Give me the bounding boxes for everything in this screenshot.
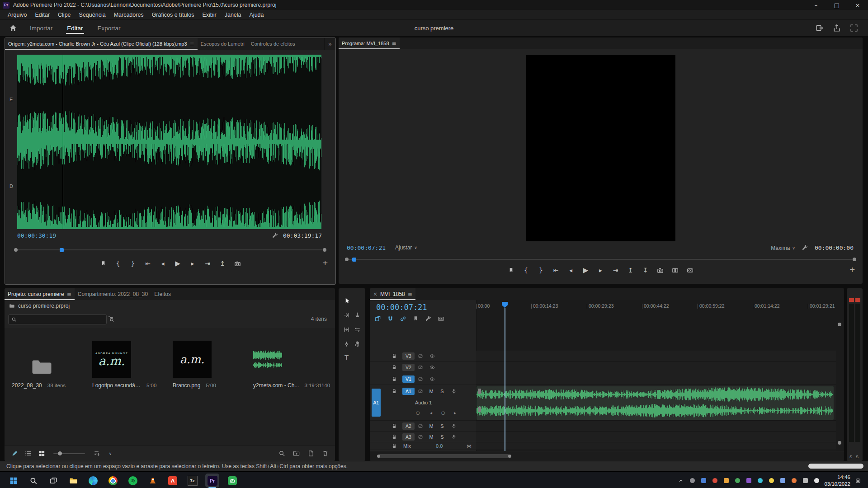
mute-button[interactable]: M: [428, 389, 435, 394]
source-current-timecode[interactable]: 00:00:30:19: [17, 232, 56, 239]
lock-icon[interactable]: [392, 353, 397, 359]
hscroll-handle-left[interactable]: [377, 455, 380, 458]
eye-icon[interactable]: [429, 376, 435, 382]
track-select-tool-icon[interactable]: [343, 312, 350, 319]
item-name[interactable]: Branco.png: [173, 382, 200, 389]
type-tool-icon[interactable]: T: [344, 353, 349, 361]
solo-button[interactable]: S: [439, 389, 446, 394]
add-marker-icon[interactable]: [506, 265, 517, 275]
menu-graficos[interactable]: Gráficos e títulos: [148, 12, 198, 18]
lift-button[interactable]: ↥: [625, 265, 636, 275]
comparison-view-icon[interactable]: [670, 265, 681, 275]
project-item-branco[interactable]: a.m. Branco.png 5:00: [170, 334, 250, 389]
step-forward-button[interactable]: ▸: [595, 265, 606, 275]
zoom-handle-right[interactable]: [323, 248, 326, 252]
clip-indicator-right[interactable]: [855, 298, 860, 302]
lock-icon[interactable]: [392, 365, 397, 370]
screen-recorder-icon[interactable]: [225, 474, 239, 488]
item-thumbnail[interactable]: ANDREA MUNHOZ a.m.: [92, 341, 131, 378]
playhead-marker[interactable]: [352, 258, 356, 262]
taskbar-search-icon[interactable]: [26, 474, 40, 488]
timeline-hscroll[interactable]: [370, 451, 844, 461]
captions-icon[interactable]: [438, 315, 444, 322]
source-patch-chip-a1[interactable]: A1: [372, 389, 381, 417]
tray-icon-10[interactable]: [790, 477, 797, 484]
video-lane-v2[interactable]: [476, 362, 836, 373]
tab-sequence[interactable]: × MVI_1858 ≡: [370, 288, 415, 300]
edge-icon[interactable]: [86, 474, 100, 488]
zoom-slider[interactable]: [53, 453, 85, 454]
playhead-line[interactable]: [505, 308, 505, 451]
project-item-folder[interactable]: 2022_08_30 38 itens: [9, 334, 90, 389]
button-editor-plus[interactable]: +: [322, 258, 328, 267]
track-header-v2[interactable]: V2: [370, 362, 476, 373]
tray-icon-7[interactable]: [756, 477, 764, 484]
track-header-mix[interactable]: Mix 0.0 ⋈: [370, 442, 476, 450]
sync-lock-icon[interactable]: [418, 434, 423, 440]
ripple-edit-tool-icon[interactable]: [343, 326, 350, 333]
item-name[interactable]: 2022_08_30: [12, 382, 42, 389]
item-name[interactable]: Logotipo secundário An...: [92, 382, 141, 389]
find-icon[interactable]: [276, 449, 287, 458]
menu-exibir[interactable]: Exibir: [198, 12, 220, 18]
video-lane-v3[interactable]: [476, 351, 836, 362]
go-to-out-button[interactable]: ⇥: [202, 258, 213, 268]
zoom-handle-left[interactable]: [345, 258, 349, 261]
mark-in-button[interactable]: {: [521, 265, 532, 275]
spotify-icon[interactable]: [126, 474, 140, 488]
tray-icon-2[interactable]: [700, 477, 707, 484]
source-zoom-scrollbar[interactable]: [14, 247, 326, 253]
tab-source-clip[interactable]: Origem: y2meta.com - Charlie Brown Jr - …: [5, 38, 198, 50]
track-chip-v2[interactable]: V2: [402, 364, 415, 371]
track-chip-a3[interactable]: A3: [402, 433, 415, 441]
panel-menu-icon[interactable]: ≡: [67, 291, 71, 297]
hscroll-bar[interactable]: [378, 454, 510, 458]
go-to-out-button[interactable]: ⇥: [610, 265, 621, 275]
next-keyframe-icon[interactable]: ▸: [454, 410, 456, 415]
previous-keyframe-icon[interactable]: ◂: [430, 410, 432, 415]
quick-export-icon[interactable]: [816, 24, 824, 32]
project-item-audio[interactable]: y2meta.com - Ch... 3:19:31140: [250, 334, 331, 389]
list-view-icon[interactable]: [23, 449, 33, 458]
breadcrumb[interactable]: curso premiere.prproj: [18, 303, 70, 309]
settings-wrench-icon[interactable]: [802, 244, 808, 251]
tab-project[interactable]: Projeto: curso premiere ≡: [5, 288, 75, 300]
audio-lane-a3[interactable]: [476, 432, 836, 442]
program-zoom-scrollbar[interactable]: [345, 256, 856, 263]
track-header-a2[interactable]: A2 M S: [370, 421, 476, 432]
sort-icon[interactable]: [91, 449, 102, 458]
track-header-v3[interactable]: V3: [370, 351, 476, 362]
panel-menu-icon[interactable]: ≡: [190, 41, 194, 47]
close-icon[interactable]: ×: [373, 291, 377, 297]
export-frame-icon[interactable]: [655, 265, 666, 275]
sync-lock-icon[interactable]: [418, 423, 423, 429]
sync-lock-icon[interactable]: [418, 389, 423, 394]
zoom-slider-knob[interactable]: [58, 451, 62, 455]
timeline-timecode[interactable]: 00:00:07:21: [376, 303, 427, 312]
volume-icon[interactable]: [813, 477, 820, 484]
clip-indicator-left[interactable]: [849, 298, 854, 302]
taskbar-clock[interactable]: 14:46 03/10/2022: [824, 474, 850, 488]
menu-arquivo[interactable]: Arquivo: [4, 12, 31, 18]
icon-view-icon[interactable]: [36, 449, 47, 458]
tray-expand-icon[interactable]: [677, 477, 684, 484]
voiceover-mic-icon[interactable]: [451, 434, 457, 440]
solo-button[interactable]: S: [439, 434, 446, 440]
item-thumbnail[interactable]: a.m.: [173, 341, 212, 378]
zoom-handle-right[interactable]: [853, 258, 856, 261]
vscroll-handle-bottom[interactable]: [838, 441, 841, 445]
search-input[interactable]: [19, 316, 104, 323]
lock-icon[interactable]: [392, 423, 397, 429]
mark-in-button[interactable]: {: [113, 258, 123, 268]
add-marker-icon[interactable]: [98, 258, 108, 268]
tab-exportar[interactable]: Exportar: [90, 20, 128, 36]
track-name[interactable]: Áudio 1: [415, 400, 432, 405]
sevenzip-icon[interactable]: 7z: [185, 474, 199, 488]
play-button[interactable]: ▶: [580, 265, 591, 275]
tab-overflow-icon[interactable]: »: [324, 38, 335, 50]
tray-icon-3[interactable]: [711, 477, 718, 484]
sync-lock-icon[interactable]: [418, 376, 423, 382]
menu-ajuda[interactable]: Ajuda: [245, 12, 268, 18]
meter-solo-left[interactable]: S: [849, 455, 852, 459]
eye-icon[interactable]: [429, 353, 435, 359]
